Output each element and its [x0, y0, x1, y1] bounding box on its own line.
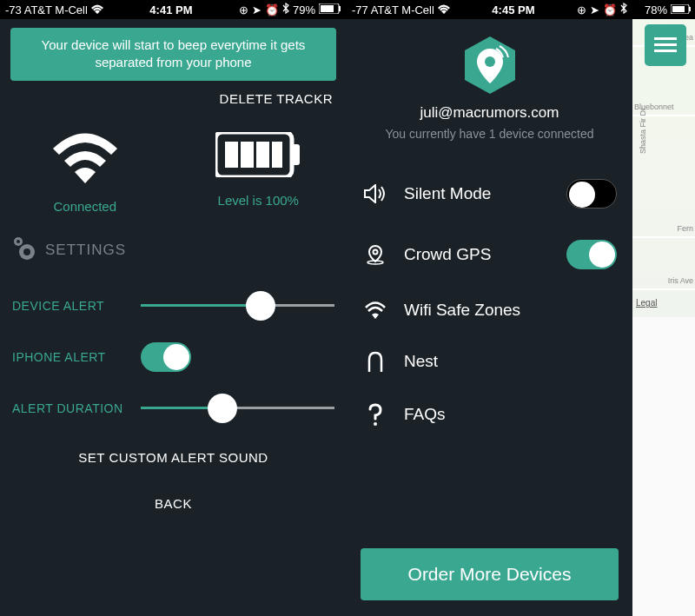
separation-alert-banner: Your device will start to beep everytime…	[10, 28, 336, 81]
svg-rect-20	[672, 6, 685, 12]
battery-icon	[671, 3, 692, 17]
device-alert-label: DEVICE ALERT	[12, 299, 125, 313]
device-count-text: You currently have 1 device connected	[347, 127, 632, 163]
svg-point-10	[23, 248, 30, 255]
gear-icon	[12, 236, 38, 264]
svg-rect-1	[339, 6, 341, 11]
crowd-gps-toggle[interactable]	[566, 240, 617, 269]
menu-silent-mode[interactable]: Silent Mode	[347, 163, 632, 224]
time-text: 4:41 PM	[149, 3, 192, 17]
hamburger-icon	[654, 37, 677, 53]
iphone-alert-label: IPHONE ALERT	[12, 350, 125, 364]
signal-text: -73 AT&T M-Cell	[5, 3, 88, 17]
nest-icon	[362, 351, 388, 372]
bluetooth-icon	[620, 3, 627, 17]
wifi-icon	[46, 127, 124, 187]
menu-label: Nest	[404, 352, 617, 371]
settings-title: SETTINGS	[45, 242, 126, 259]
device-alert-row: DEVICE ALERT	[0, 280, 347, 332]
wifi-icon	[91, 3, 103, 17]
location-icon: ➤	[590, 3, 599, 17]
hamburger-menu-button[interactable]	[645, 24, 686, 66]
status-bar-right-edge: 78%	[632, 0, 695, 19]
svg-rect-22	[654, 43, 677, 46]
lock-icon: ⊕	[239, 3, 248, 17]
battery-percent: 78%	[645, 3, 667, 17]
battery-percent: 79%	[293, 3, 315, 17]
iphone-alert-row: IPHONE ALERT	[0, 332, 347, 382]
svg-point-12	[17, 240, 20, 243]
menu-label: Silent Mode	[404, 184, 551, 203]
set-custom-alert-sound-button[interactable]: SET CUSTOM ALERT SOUND	[0, 434, 347, 480]
menu-nest[interactable]: Nest	[347, 335, 632, 387]
wifi-status: Connected	[46, 127, 124, 214]
delete-trackr-button[interactable]: DELETE TRACKR	[0, 88, 347, 118]
back-button[interactable]: BACK	[0, 480, 347, 527]
iphone-alert-toggle[interactable]	[141, 342, 191, 372]
map-street-label: Fern	[677, 224, 693, 233]
map-street-label: Iris Ave	[668, 276, 693, 285]
device-alert-slider[interactable]	[141, 290, 334, 321]
map-panel[interactable]: 78% Azalea Bluebonnet Shasta Fir Dr Fern…	[632, 0, 695, 616]
question-icon	[362, 403, 388, 426]
svg-rect-5	[225, 142, 238, 168]
svg-rect-23	[654, 50, 677, 52]
menu-faqs[interactable]: FAQs	[347, 387, 632, 441]
menu-crowd-gps[interactable]: Crowd GPS	[347, 224, 632, 285]
battery-icon	[319, 3, 341, 17]
order-more-devices-button[interactable]: Order More Devices	[361, 548, 619, 600]
account-menu-screen: -77 AT&T M-Cell 4:45 PM ⊕ ➤ ⏰	[347, 0, 695, 616]
svg-point-15	[374, 250, 378, 255]
wifi-icon	[438, 3, 450, 17]
alarm-icon: ⏰	[603, 3, 617, 17]
lock-icon: ⊕	[577, 3, 586, 17]
alert-duration-slider[interactable]	[141, 393, 334, 424]
menu-label: Crowd GPS	[404, 245, 551, 264]
trackr-logo-icon	[465, 36, 515, 94]
menu-label: Wifi Safe Zones	[404, 301, 617, 320]
battery-status: Level is 100%	[215, 132, 301, 208]
device-status-row: Connected Level is 100%	[0, 118, 347, 236]
svg-rect-21	[654, 37, 677, 40]
location-icon: ➤	[252, 3, 261, 17]
logo	[347, 19, 632, 104]
map-legal-link[interactable]: Legal	[636, 298, 657, 308]
alert-duration-label: ALERT DURATION	[12, 401, 125, 415]
svg-rect-2	[321, 5, 334, 12]
status-bar: -77 AT&T M-Cell 4:45 PM ⊕ ➤ ⏰	[347, 0, 632, 19]
status-bar: -73 AT&T M-Cell 4:41 PM ⊕ ➤ ⏰ 79%	[0, 0, 347, 19]
svg-point-17	[374, 422, 377, 426]
silent-mode-toggle[interactable]	[566, 179, 617, 209]
wifi-icon	[362, 301, 388, 319]
svg-rect-6	[241, 142, 254, 168]
svg-rect-8	[272, 142, 282, 168]
pin-icon	[362, 244, 388, 265]
menu-label: FAQs	[404, 405, 617, 424]
map-street-label: Shasta Fir Dr	[639, 108, 647, 154]
battery-status-label: Level is 100%	[218, 193, 299, 208]
svg-point-14	[485, 56, 495, 67]
alarm-icon: ⏰	[265, 3, 279, 17]
menu-wifi-safe-zones[interactable]: Wifi Safe Zones	[347, 285, 632, 335]
signal-text: -77 AT&T M-Cell	[352, 3, 434, 17]
battery-icon	[215, 132, 301, 181]
time-text: 4:45 PM	[492, 3, 534, 17]
svg-rect-7	[256, 142, 269, 168]
bluetooth-icon	[282, 3, 289, 17]
settings-header: SETTINGS	[0, 236, 347, 280]
alert-duration-row: ALERT DURATION	[0, 382, 347, 434]
svg-rect-19	[689, 7, 691, 11]
menu-panel: -77 AT&T M-Cell 4:45 PM ⊕ ➤ ⏰	[347, 0, 632, 616]
speaker-icon	[362, 184, 388, 203]
user-email: juli@macrumors.com	[347, 104, 632, 127]
settings-screen: -73 AT&T M-Cell 4:41 PM ⊕ ➤ ⏰ 79% Your d…	[0, 0, 347, 616]
svg-rect-4	[292, 144, 300, 165]
wifi-status-label: Connected	[53, 199, 116, 214]
